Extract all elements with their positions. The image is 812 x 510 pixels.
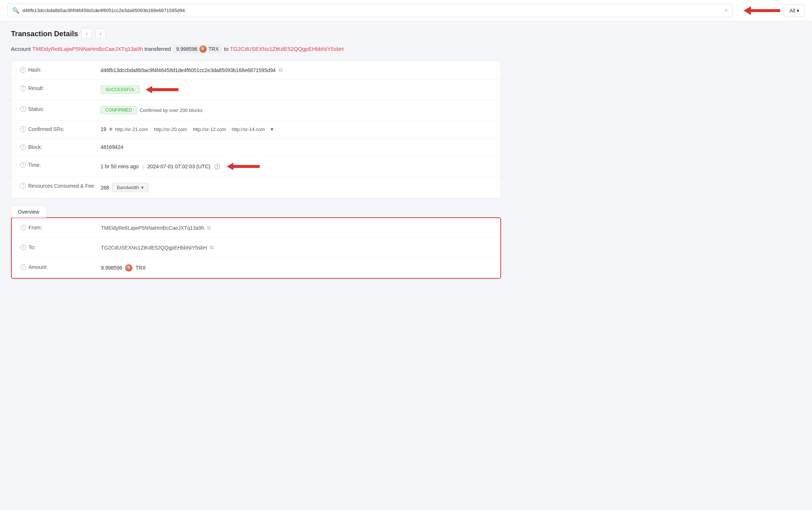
details-card: ? Hash: d46fb13dccbda8b5ac9f4f46458d1de4… xyxy=(11,61,501,198)
time-ago: 1 hr 50 mins ago xyxy=(101,164,139,169)
sr-link-1[interactable]: http://sr-21.com xyxy=(115,127,148,132)
overview-from-label-container: ? From: xyxy=(20,225,101,230)
resources-value-container: 268 Bandwidth ▾ xyxy=(101,183,492,192)
hash-value: d46fb13dccbda8b5ac9f4f46458d1de4f6051cc2… xyxy=(101,67,276,73)
hash-label: Hash: xyxy=(28,67,42,73)
sr-dropdown-chevron[interactable]: ▾ xyxy=(271,126,273,132)
result-arrow-indicator xyxy=(146,85,178,94)
overview-from-help-icon[interactable]: ? xyxy=(20,225,26,230)
sr-dot-icon xyxy=(109,128,112,131)
all-label: All xyxy=(789,8,795,14)
sr-links: http://sr-21.com http://sr-20.com http:/… xyxy=(115,126,273,132)
time-row: ? Time: 1 hr 50 mins ago | 2024-07-01 07… xyxy=(11,156,501,177)
sr-link-2[interactable]: http://sr-20.com xyxy=(154,127,187,132)
overview-amount-label: Amount: xyxy=(29,264,48,270)
time-help-icon[interactable]: ? xyxy=(20,162,26,168)
calendar-icon[interactable]: 🕐 xyxy=(214,164,220,169)
time-label: Time: xyxy=(28,162,41,168)
svg-marker-0 xyxy=(744,6,780,15)
page-title: Transaction Details xyxy=(11,30,78,38)
status-label-container: ? Status: xyxy=(20,106,101,112)
block-label: Block: xyxy=(28,144,42,150)
block-help-icon[interactable]: ? xyxy=(20,144,26,150)
confirmed-srs-row: ? Confirmed SRs: 19 http://sr-21.com htt… xyxy=(11,120,501,138)
time-value-container: 1 hr 50 mins ago | 2024-07-01 07:02:03 (… xyxy=(101,162,492,171)
hash-label-container: ? Hash: xyxy=(20,67,101,73)
sr-link-4[interactable]: http://sr-14.com xyxy=(232,127,265,132)
time-label-container: ? Time: xyxy=(20,162,101,168)
overview-amount-label-container: ? Amount: xyxy=(20,264,101,270)
overview-section: Overview ? From: TMEidyRe6LajwP5NNaHmBcC… xyxy=(11,206,501,279)
block-value: 48169424 xyxy=(101,144,123,150)
time-info: 1 hr 50 mins ago | 2024-07-01 07:02:03 (… xyxy=(101,162,260,171)
overview-to-label-container: ? To: xyxy=(20,244,101,250)
clear-icon[interactable]: × xyxy=(725,7,728,14)
status-row: ? Status: CONFIRMED Confirmed by over 20… xyxy=(11,100,501,120)
overview-card: ? From: TMEidyRe6LajwP5NNaHmBcCaeJXTq13a… xyxy=(11,217,501,279)
overview-amount-value: 9.998596 xyxy=(101,265,122,271)
hash-copy-icon[interactable]: ⧉ xyxy=(279,67,282,73)
top-bar: 🔍 × All ▾ xyxy=(0,0,812,21)
trx-icon: T xyxy=(199,45,207,53)
overview-to-row: ? To: TG2CdUSEXNs1ZtKdE52QQgpEHbbNiY5sbH… xyxy=(12,238,500,258)
amount-badge: 9.998596 T TRX xyxy=(173,45,222,53)
resources-help-icon[interactable]: ? xyxy=(20,183,26,189)
resources-row-inner: 268 Bandwidth ▾ xyxy=(101,183,149,192)
result-row: ? Result: SUCCESSFUL xyxy=(11,79,501,100)
bandwidth-label: Bandwidth xyxy=(117,185,139,190)
resources-row: ? Resources Consumed & Fee: 268 Bandwidt… xyxy=(11,177,501,198)
resources-label-container: ? Resources Consumed & Fee: xyxy=(20,183,101,189)
overview-from-copy-icon[interactable]: ⧉ xyxy=(207,225,211,231)
resources-value: 268 xyxy=(101,185,109,191)
time-arrow-indicator xyxy=(227,162,260,171)
time-separator: | xyxy=(142,164,144,169)
sr-link-3[interactable]: http://sr-12.com xyxy=(193,127,226,132)
overview-from-value: TMEidyRe6LajwP5NNaHmBcCaeJXTq13a9h xyxy=(101,225,204,231)
overview-to-value-container: TG2CdUSEXNs1ZtKdE52QQgpEHbbNiY5sbH ⧉ xyxy=(101,244,492,251)
token-label: TRX xyxy=(208,46,219,52)
overview-to-help-icon[interactable]: ? xyxy=(20,244,26,250)
sr-count: 19 xyxy=(101,126,106,132)
status-value-container: CONFIRMED Confirmed by over 200 blocks xyxy=(101,106,492,114)
hash-value-container: d46fb13dccbda8b5ac9f4f46458d1de4f6051cc2… xyxy=(101,67,492,73)
hash-row: ? Hash: d46fb13dccbda8b5ac9f4f46458d1de4… xyxy=(11,61,501,79)
all-dropdown[interactable]: All ▾ xyxy=(784,4,805,17)
block-value-container: 48169424 xyxy=(101,144,492,150)
overview-from-value-container: TMEidyRe6LajwP5NNaHmBcCaeJXTq13a9h ⧉ xyxy=(101,225,492,231)
search-container: 🔍 × xyxy=(7,4,733,17)
result-help-icon[interactable]: ? xyxy=(20,85,26,91)
nav-prev-button[interactable]: ‹ xyxy=(82,29,92,39)
search-input[interactable] xyxy=(22,8,722,13)
overview-to-value: TG2CdUSEXNs1ZtKdE52QQgpEHbbNiY5sbH xyxy=(101,245,207,251)
overview-amount-row: ? Amount: 9.998596 T TRX xyxy=(12,258,500,278)
svg-marker-1 xyxy=(146,86,178,93)
overview-trx-icon: T xyxy=(125,264,132,271)
nav-next-button[interactable]: › xyxy=(95,29,106,39)
overview-token-label: TRX xyxy=(135,265,146,271)
overview-amount-value-container: 9.998596 T TRX xyxy=(101,264,492,271)
status-extra: Confirmed by over 200 blocks xyxy=(140,108,203,113)
overview-to-copy-icon[interactable]: ⧉ xyxy=(210,244,214,251)
hash-help-icon[interactable]: ? xyxy=(20,67,26,73)
overview-amount-help-icon[interactable]: ? xyxy=(20,264,26,270)
status-label: Status: xyxy=(28,106,44,112)
confirmed-srs-label-container: ? Confirmed SRs: xyxy=(20,126,101,132)
status-badge: CONFIRMED xyxy=(101,106,137,114)
confirmed-srs-help-icon[interactable]: ? xyxy=(20,126,26,132)
summary-middle: transferred xyxy=(144,46,171,52)
status-help-icon[interactable]: ? xyxy=(20,106,26,112)
search-arrow-indicator xyxy=(744,5,780,16)
to-account-link[interactable]: TG2CdUSEXNs1ZtKdE52QQgpEHbbNiY5sbH xyxy=(230,46,344,52)
overview-from-row: ? From: TMEidyRe6LajwP5NNaHmBcCaeJXTq13a… xyxy=(12,218,500,238)
main-content: Transaction Details ‹ › Account TMEidyRe… xyxy=(0,21,512,293)
overview-to-label: To: xyxy=(29,244,35,250)
bandwidth-dropdown[interactable]: Bandwidth ▾ xyxy=(112,183,149,192)
title-row: Transaction Details ‹ › xyxy=(11,29,501,39)
block-label-container: ? Block: xyxy=(20,144,101,150)
result-value-container: SUCCESSFUL xyxy=(101,85,492,94)
summary-prefix: Account xyxy=(11,46,31,52)
summary-suffix: to xyxy=(224,46,229,52)
block-row: ? Block: 48169424 xyxy=(11,138,501,156)
overview-tab[interactable]: Overview xyxy=(11,206,46,218)
from-account-link[interactable]: TMEidyRe6LajwP5NNaHmBcCaeJXTq13a9h xyxy=(32,46,143,52)
